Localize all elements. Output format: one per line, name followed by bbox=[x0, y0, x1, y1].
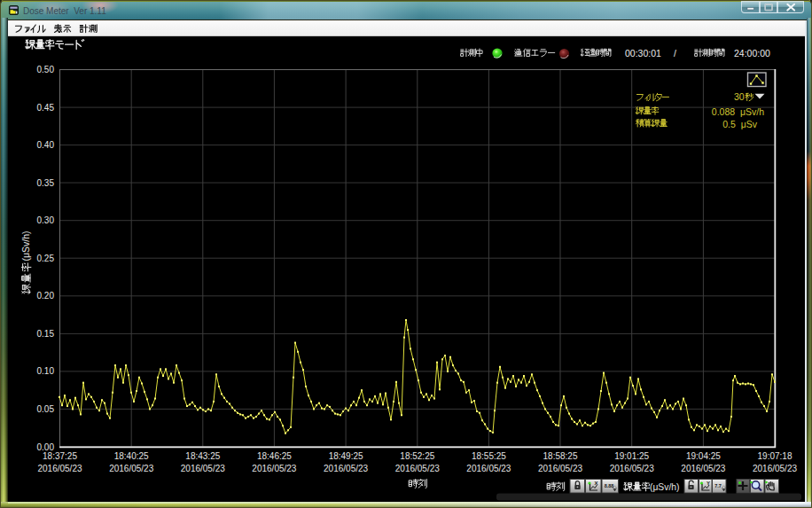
svg-text:2016/05/23: 2016/05/23 bbox=[610, 464, 654, 473]
svg-text:X: X bbox=[595, 481, 598, 486]
svg-text:30: 30 bbox=[734, 91, 745, 102]
svg-text:0.10: 0.10 bbox=[37, 366, 55, 376]
svg-text:0.00: 0.00 bbox=[37, 442, 55, 452]
svg-text:(μSv/h): (μSv/h) bbox=[20, 231, 31, 261]
svg-text:0.35: 0.35 bbox=[37, 178, 55, 188]
svg-text:18:58:25: 18:58:25 bbox=[543, 451, 578, 461]
svg-text:2016/05/23: 2016/05/23 bbox=[109, 464, 153, 473]
svg-text:0.45: 0.45 bbox=[37, 103, 55, 113]
svg-text:0.25: 0.25 bbox=[37, 254, 55, 263]
svg-text:18:52:25: 18:52:25 bbox=[400, 451, 434, 461]
svg-text:7.7: 7.7 bbox=[714, 483, 722, 488]
svg-text:2016/05/23: 2016/05/23 bbox=[681, 464, 725, 473]
svg-text:2016/05/23: 2016/05/23 bbox=[324, 464, 368, 473]
svg-text:19:01:25: 19:01:25 bbox=[614, 451, 649, 461]
svg-text:18:46:25: 18:46:25 bbox=[257, 451, 292, 461]
svg-text:2016/05/23: 2016/05/23 bbox=[37, 464, 82, 473]
svg-text:2016/05/23: 2016/05/23 bbox=[753, 464, 797, 473]
svg-text:19:07:18: 19:07:18 bbox=[758, 451, 792, 461]
svg-text:18:40:25: 18:40:25 bbox=[114, 451, 149, 461]
svg-text:18:43:25: 18:43:25 bbox=[185, 451, 220, 461]
svg-text:2016/05/23: 2016/05/23 bbox=[538, 464, 582, 473]
svg-text:Y: Y bbox=[707, 481, 710, 486]
svg-text:24:00:00: 24:00:00 bbox=[734, 48, 770, 59]
svg-text:18:49:25: 18:49:25 bbox=[329, 451, 363, 461]
svg-text:0.088 μSv/h: 0.088 μSv/h bbox=[712, 106, 764, 117]
svg-text:19:04:25: 19:04:25 bbox=[686, 451, 721, 461]
svg-text:18:37:25: 18:37:25 bbox=[43, 451, 77, 461]
svg-text:0.20: 0.20 bbox=[37, 291, 55, 301]
svg-text:2016/05/23: 2016/05/23 bbox=[395, 464, 440, 473]
svg-text:(μSv/h): (μSv/h) bbox=[650, 482, 679, 492]
svg-text:2016/05/23: 2016/05/23 bbox=[252, 464, 296, 473]
svg-text:00:30:01: 00:30:01 bbox=[625, 48, 661, 59]
svg-text:18:55:25: 18:55:25 bbox=[472, 451, 506, 461]
svg-text:0.30: 0.30 bbox=[37, 215, 55, 225]
svg-text:/: / bbox=[674, 48, 676, 59]
svg-text:0.50: 0.50 bbox=[37, 65, 55, 74]
svg-text:0.05: 0.05 bbox=[37, 404, 55, 414]
svg-text:0.40: 0.40 bbox=[37, 140, 55, 150]
svg-text:0.15: 0.15 bbox=[37, 329, 55, 339]
svg-text:2016/05/23: 2016/05/23 bbox=[466, 464, 511, 473]
svg-text:2016/05/23: 2016/05/23 bbox=[181, 464, 225, 473]
svg-text:8.88: 8.88 bbox=[605, 483, 614, 488]
svg-text:0.5 μSv: 0.5 μSv bbox=[722, 119, 757, 129]
